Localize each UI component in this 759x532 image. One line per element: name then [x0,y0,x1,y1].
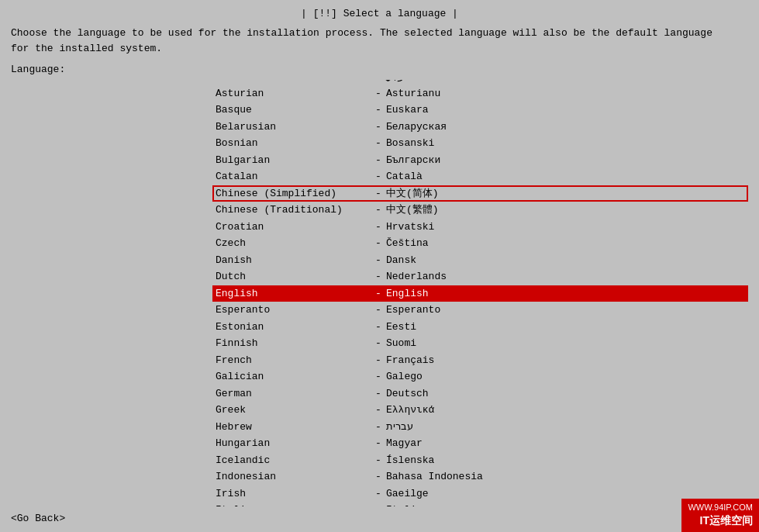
language-native: Eesti [386,320,416,335]
language-row[interactable]: Asturian-Asturianu [212,85,748,102]
language-name: Croatian [216,219,371,235]
language-row[interactable]: Esperanto-Esperanto [212,302,748,319]
language-native: Dansk [386,253,416,268]
language-name: Arabic [216,80,371,85]
language-row[interactable]: Chinese (Simplified)-中文(简体) [212,185,748,202]
language-native: Suomi [386,336,416,351]
language-dash: - [371,336,386,351]
language-row[interactable]: German-Deutsch [212,385,748,402]
language-dash: - [371,219,386,235]
language-name: Finnish [216,336,371,351]
language-dash: - [371,453,386,468]
language-name: Italian [216,503,371,506]
language-row[interactable]: Irish-Gaeilge [212,485,748,503]
language-name: Basque [216,102,371,118]
title-link[interactable]: [!!] Select a language [313,8,447,19]
language-dash: - [371,86,386,102]
language-row[interactable]: Hebrew-עברית [212,419,748,436]
language-name: Danish [216,253,371,268]
language-name: Dutch [216,269,371,285]
language-dash: - [371,320,386,335]
language-row[interactable]: Danish-Dansk [212,252,748,269]
language-row[interactable]: Belarusian-Беларуская [212,119,748,136]
language-name: Galician [216,369,371,385]
language-list-wrapper: C-No localizationAlbanian-ShqipArabic-عر… [212,80,748,506]
language-row[interactable]: Finnish-Suomi [212,335,748,352]
language-row[interactable]: Icelandic-Íslenska [212,452,748,469]
title-bar: | [!!] Select a language | [11,8,748,19]
language-native: Italiano [386,503,434,506]
language-row[interactable]: Galician-Galego [212,368,748,385]
watermark-title: IT运维空间 [688,513,753,529]
language-row[interactable]: Dutch-Nederlands [212,268,748,285]
language-row[interactable]: Italian-Italiano [212,502,748,506]
language-row[interactable]: Chinese (Traditional)-中文(繁體) [212,202,748,219]
language-dash: - [371,420,386,435]
language-name: Czech [216,236,371,251]
description: Choose the language to be used for the i… [11,26,748,56]
language-name: Icelandic [216,453,371,468]
language-row[interactable]: French-Français [212,352,748,369]
language-native: Esperanto [386,302,440,318]
language-native: Galego [386,369,423,385]
list-area: C-No localizationAlbanian-ShqipArabic-عر… [11,80,748,506]
go-back-button[interactable]: <Go Back> [11,513,748,524]
language-row[interactable]: English-English [212,285,748,302]
language-dash: - [371,136,386,151]
language-native: Magyar [386,436,423,451]
language-name: Hungarian [216,436,371,451]
language-name: Belarusian [216,119,371,135]
language-native: 中文(繁體) [386,202,439,218]
language-native: Bosanski [386,136,434,151]
language-dash: - [371,486,386,502]
language-row[interactable]: Greek-Ελληνικά [212,402,748,419]
language-dash: - [371,369,386,385]
language-dash: - [371,503,386,506]
language-native: Íslenska [386,453,434,468]
language-native: Ελληνικά [386,402,434,418]
language-row[interactable]: Czech-Čeština [212,235,748,252]
language-dash: - [371,153,386,168]
language-dash: - [371,469,386,485]
language-name: Greek [216,402,371,418]
language-name: Hebrew [216,420,371,435]
language-dash: - [371,353,386,368]
language-native: Bahasa Indonesia [386,469,483,485]
language-label: Language: [11,64,748,75]
language-native: Gaeilge [386,486,429,502]
language-name: Irish [216,486,371,502]
language-name: Catalan [216,169,371,185]
language-name: Chinese (Traditional) [216,202,371,218]
language-name: Esperanto [216,302,371,318]
language-row[interactable]: Bosnian-Bosanski [212,135,748,152]
language-name: French [216,353,371,368]
language-native: English [386,286,429,302]
language-row[interactable]: Catalan-Català [212,168,748,185]
language-row[interactable]: Hungarian-Magyar [212,435,748,452]
language-native: Беларуская [386,119,447,135]
language-dash: - [371,402,386,418]
language-native: Asturianu [386,86,440,102]
language-dash: - [371,302,386,318]
language-dash: - [371,269,386,285]
language-name: Indonesian [216,469,371,485]
language-native: Français [386,353,434,368]
language-name: English [216,286,371,302]
language-name: Chinese (Simplified) [216,186,371,202]
language-name: Asturian [216,86,371,102]
language-dash: - [371,236,386,251]
language-native: Български [386,153,440,168]
language-native: عربي [386,80,410,85]
language-name: German [216,386,371,402]
language-dash: - [371,102,386,118]
language-native: 中文(简体) [386,186,439,202]
language-list[interactable]: C-No localizationAlbanian-ShqipArabic-عر… [212,80,748,506]
language-row[interactable]: Bulgarian-Български [212,152,748,169]
language-dash: - [371,119,386,135]
language-row[interactable]: Croatian-Hrvatski [212,219,748,236]
language-row[interactable]: Basque-Euskara [212,102,748,119]
language-dash: - [371,436,386,451]
language-row[interactable]: Estonian-Eesti [212,319,748,336]
language-row[interactable]: Indonesian-Bahasa Indonesia [212,468,748,485]
language-dash: - [371,286,386,302]
